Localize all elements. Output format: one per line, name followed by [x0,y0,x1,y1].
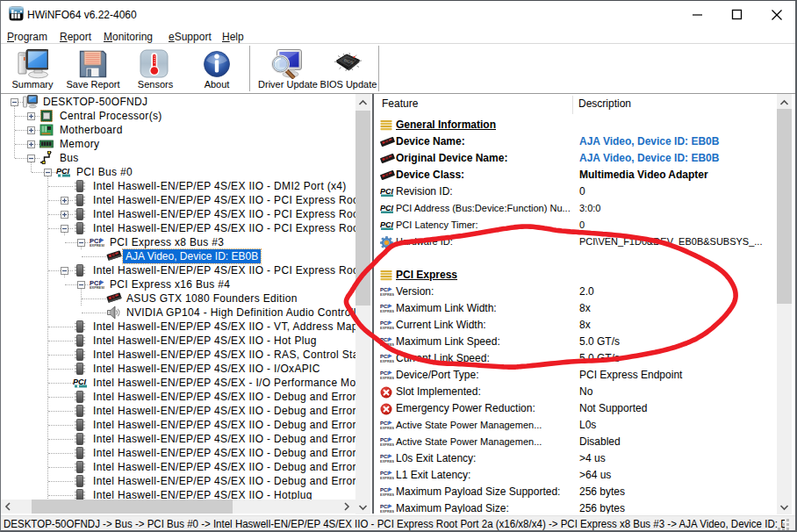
svg-text:EXPRESS: EXPRESS [90,243,104,248]
svg-text:EXPRESS: EXPRESS [90,285,104,290]
